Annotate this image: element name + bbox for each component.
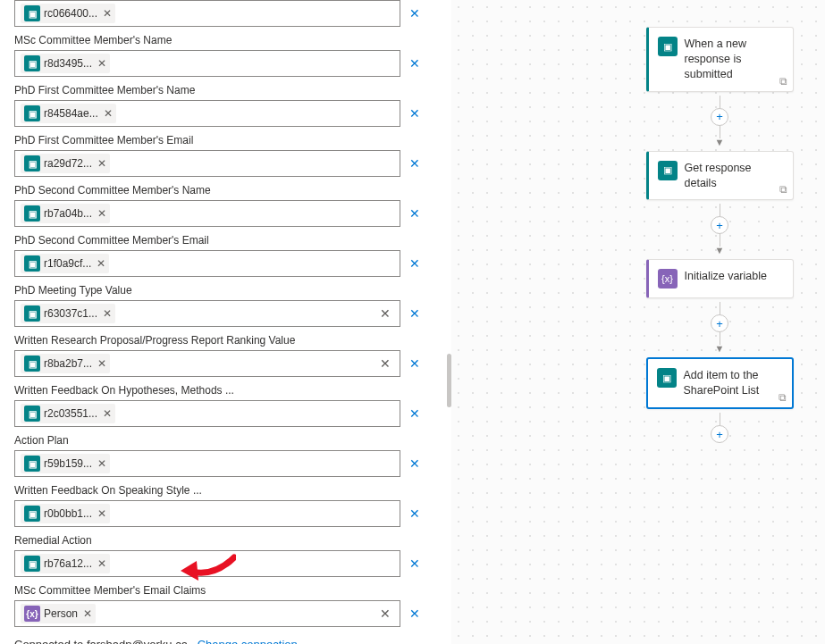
field-label: MSc Committee Member's Email Claims xyxy=(14,584,424,597)
dynamic-token[interactable]: {x} Person ✕ xyxy=(21,604,96,623)
field-msc-email-claims: MSc Committee Member's Email Claims {x} … xyxy=(14,584,424,627)
field-phd1-name: PhD First Committee Member's Name ▣ r845… xyxy=(14,84,424,127)
remove-token-icon[interactable]: ✕ xyxy=(83,607,92,620)
dynamic-token[interactable]: ▣ r63037c1... ✕ xyxy=(21,304,115,323)
variable-icon: {x} xyxy=(24,606,40,622)
chevron-down-icon: ▼ xyxy=(715,245,725,255)
value-input[interactable]: ▣ ra29d72... ✕ xyxy=(14,150,400,177)
dynamic-token[interactable]: ▣ ra29d72... ✕ xyxy=(21,154,110,173)
form-panel: ▣ rc066400... ✕ ✕ MSc Committee Member's… xyxy=(0,0,438,644)
input-clear-icon[interactable]: ✕ xyxy=(376,306,394,321)
remove-token-icon[interactable]: ✕ xyxy=(97,357,106,370)
forms-icon: ▣ xyxy=(658,161,678,180)
flow-step-add-sharepoint[interactable]: ▣ Add item to the SharePoint List ⧉ xyxy=(646,357,794,409)
value-input[interactable]: ▣ r63037c1... ✕ ✕ xyxy=(14,300,400,327)
dynamic-token[interactable]: ▣ r0b0bb1... ✕ xyxy=(21,504,110,523)
add-step-button[interactable]: + xyxy=(711,314,728,332)
connection-footer: Connected to farshadn@yorku.ca. Change c… xyxy=(14,638,424,644)
clear-field-icon[interactable]: ✕ xyxy=(406,553,424,574)
remove-token-icon[interactable]: ✕ xyxy=(104,107,113,120)
dynamic-token[interactable]: ▣ r8ba2b7... ✕ xyxy=(21,354,110,373)
clear-field-icon[interactable]: ✕ xyxy=(406,103,424,124)
remove-token-icon[interactable]: ✕ xyxy=(97,257,105,270)
dynamic-token[interactable]: ▣ r8d3495... ✕ xyxy=(21,54,110,73)
field-wrp: Written Research Proposal/Progress Repor… xyxy=(14,334,424,377)
clear-field-icon[interactable]: ✕ xyxy=(406,253,424,274)
forms-icon: ▣ xyxy=(24,5,40,21)
value-input[interactable]: ▣ r8ba2b7... ✕ ✕ xyxy=(14,350,400,377)
remove-token-icon[interactable]: ✕ xyxy=(97,157,106,170)
dynamic-token[interactable]: ▣ r59b159... ✕ xyxy=(21,454,110,473)
token-text: rc066400... xyxy=(44,7,97,20)
flow-trigger-card[interactable]: ▣ When a new response is submitted ⧉ xyxy=(646,27,794,92)
clear-field-icon[interactable]: ✕ xyxy=(406,503,424,524)
add-step-button[interactable]: + xyxy=(711,108,728,126)
dynamic-token[interactable]: ▣ rb7a04b... ✕ xyxy=(21,204,110,223)
forms-icon: ▣ xyxy=(24,506,40,522)
remove-token-icon[interactable]: ✕ xyxy=(103,407,112,420)
forms-icon: ▣ xyxy=(24,105,40,121)
change-connection-link[interactable]: Change connection xyxy=(198,638,298,644)
forms-icon: ▣ xyxy=(24,556,40,572)
value-input[interactable]: ▣ rb76a12... ✕ xyxy=(14,550,400,577)
input-clear-icon[interactable]: ✕ xyxy=(376,606,394,621)
value-input[interactable]: ▣ r8d3495... ✕ xyxy=(14,50,400,77)
remove-token-icon[interactable]: ✕ xyxy=(97,57,106,70)
flow-card-title: Get response details xyxy=(685,161,784,191)
dynamic-token[interactable]: ▣ r84584ae... ✕ xyxy=(21,104,116,123)
field-wfs: Written Feedback On Speaking Style ... ▣… xyxy=(14,484,424,527)
forms-icon: ▣ xyxy=(24,155,40,171)
value-input[interactable]: ▣ r1f0a9cf... ✕ xyxy=(14,250,400,277)
value-input[interactable]: ▣ r84584ae... ✕ xyxy=(14,100,400,127)
clear-field-icon[interactable]: ✕ xyxy=(406,453,424,474)
flow-step-response[interactable]: ▣ Get response details ⧉ xyxy=(646,151,794,201)
remove-token-icon[interactable]: ✕ xyxy=(97,507,106,520)
chevron-down-icon: ▼ xyxy=(715,137,725,147)
value-input[interactable]: ▣ rb7a04b... ✕ xyxy=(14,200,400,227)
remove-token-icon[interactable]: ✕ xyxy=(97,207,106,220)
link-icon: ⧉ xyxy=(779,75,787,88)
flow-connector: + ▼ xyxy=(711,298,728,357)
field-label: Action Plan xyxy=(14,434,424,447)
link-icon: ⧉ xyxy=(779,391,787,404)
value-input[interactable]: ▣ r2c03551... ✕ xyxy=(14,400,400,427)
flow-connector: + ▼ xyxy=(711,200,728,259)
clear-field-icon[interactable]: ✕ xyxy=(406,153,424,174)
field-label: MSc Committee Member's Name xyxy=(14,34,424,46)
clear-field-icon[interactable]: ✕ xyxy=(406,353,424,374)
field-meeting-type: PhD Meeting Type Value ▣ r63037c1... ✕ ✕… xyxy=(14,284,424,327)
add-step-button[interactable]: + xyxy=(711,216,728,234)
remove-token-icon[interactable]: ✕ xyxy=(97,557,106,570)
clear-field-icon[interactable]: ✕ xyxy=(406,603,424,624)
clear-field-icon[interactable]: ✕ xyxy=(406,403,424,424)
flow-card-title: Add item to the SharePoint List xyxy=(684,368,783,398)
add-step-button[interactable]: + xyxy=(711,425,728,443)
field-label: PhD Second Committee Member's Email xyxy=(14,234,424,247)
dynamic-token[interactable]: ▣ rb76a12... ✕ xyxy=(21,554,110,573)
value-input[interactable]: ▣ r59b159... ✕ xyxy=(14,450,400,477)
value-input[interactable]: ▣ rc066400... ✕ xyxy=(14,0,400,27)
dynamic-token[interactable]: ▣ r1f0a9cf... ✕ xyxy=(21,254,109,273)
flow-card-title: Initialize variable xyxy=(685,269,767,284)
value-input[interactable]: {x} Person ✕ ✕ xyxy=(14,600,400,627)
flow-step-init-variable[interactable]: {x} Initialize variable xyxy=(646,259,794,298)
flow-canvas[interactable]: ▣ When a new response is submitted ⧉ + ▼… xyxy=(451,0,825,644)
flow-connector-end: + xyxy=(711,409,728,447)
sharepoint-icon: ▣ xyxy=(657,368,677,388)
clear-field-icon[interactable]: ✕ xyxy=(406,203,424,224)
dynamic-token[interactable]: ▣ r2c03551... ✕ xyxy=(21,404,115,423)
remove-token-icon[interactable]: ✕ xyxy=(97,457,106,470)
dynamic-token[interactable]: ▣ rc066400... ✕ xyxy=(21,4,115,23)
input-clear-icon[interactable]: ✕ xyxy=(376,356,394,371)
chevron-down-icon: ▼ xyxy=(715,343,725,354)
forms-icon: ▣ xyxy=(24,406,40,422)
clear-field-icon[interactable]: ✕ xyxy=(406,53,424,74)
remove-token-icon[interactable]: ✕ xyxy=(103,307,112,320)
value-input[interactable]: ▣ r0b0bb1... ✕ xyxy=(14,500,400,527)
clear-field-icon[interactable]: ✕ xyxy=(406,3,424,24)
field-label: Written Feedback On Speaking Style ... xyxy=(14,484,424,497)
field-phd2-name: PhD Second Committee Member's Name ▣ rb7… xyxy=(14,184,424,227)
forms-icon: ▣ xyxy=(24,255,40,272)
remove-token-icon[interactable]: ✕ xyxy=(103,7,112,20)
clear-field-icon[interactable]: ✕ xyxy=(406,303,424,324)
